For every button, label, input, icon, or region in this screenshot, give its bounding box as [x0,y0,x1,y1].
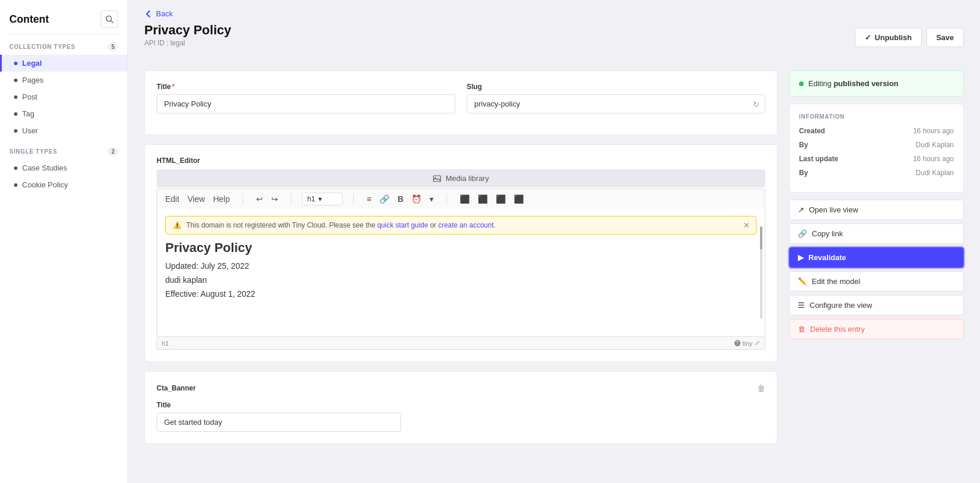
align-left-btn[interactable]: ⬛ [457,193,472,205]
editor-heading: Privacy Policy [165,240,757,255]
tiny-toolbar: Edit View Help ↩ ↪ h1 ▾ [157,189,765,209]
tiny-logo: 🅣 tiny [734,340,752,347]
sidebar-item-case-studies[interactable]: Case Studies [0,159,127,176]
information-label: INFORMATION [799,113,954,120]
media-library-label: Media library [446,174,489,183]
link-btn[interactable]: 🔗 [377,193,392,205]
editor-para2: dudi kaplan [165,275,757,285]
single-types-count: 2 [108,147,118,156]
sidebar: Content COLLECTION TYPES 5 Legal Pages P… [0,0,128,483]
view-menu-btn[interactable]: View [185,193,207,205]
title-input[interactable] [157,94,455,113]
delete-entry-label: Delete this entry [810,325,865,333]
sidebar-item-post[interactable]: Post [0,88,127,105]
title-label: Title * [157,83,455,91]
page-title: Privacy Policy [144,23,231,38]
time-btn[interactable]: ⏰ [409,193,424,205]
copy-link-label: Copy link [812,229,843,238]
cta-banner-label: Cta_Banner [157,384,196,392]
chevron-btn[interactable]: ▾ [427,193,436,205]
align-justify-btn[interactable]: ⬛ [512,193,526,205]
quick-start-link[interactable]: quick start guide [377,221,428,229]
status-dot [799,81,804,86]
undo-btn[interactable]: ↩ [254,193,265,205]
dot-icon [14,166,17,170]
dot-icon [14,129,17,133]
configure-view-label: Configure the view [809,301,872,310]
sidebar-title: Content [9,13,49,26]
editor-footer-label: h1 [162,340,169,347]
toolbar-menu-group: Edit View Help [163,193,232,205]
toolbar-divider [243,194,243,204]
required-indicator: * [172,83,175,91]
editor-body[interactable]: ⚠️ This domain is not registered with Ti… [157,209,765,337]
warning-close-btn[interactable]: ✕ [743,221,750,230]
heading-select[interactable]: h1 ▾ [302,193,343,205]
last-update-by-label: By [799,169,808,177]
delete-cta-btn[interactable]: 🗑 [757,383,765,393]
link-icon: 🔗 [798,229,807,238]
copy-link-btn[interactable]: 🔗 Copy link [789,223,964,244]
configure-view-btn[interactable]: ☰ Configure the view [789,295,964,315]
image-icon [433,175,441,183]
editor-para3: Effective: August 1, 2022 [165,289,757,299]
page-title-group: Back Privacy Policy API ID : legal [144,9,231,47]
delete-entry-btn[interactable]: 🗑 Delete this entry [789,319,964,339]
sidebar-item-tag[interactable]: Tag [0,105,127,122]
sidebar-item-legal[interactable]: Legal [0,55,127,72]
media-library-bar[interactable]: Media library [157,169,765,187]
open-live-view-btn[interactable]: ↗ Open live view [789,200,964,220]
editor-content: Privacy Policy Updated: July 25, 2022 du… [165,240,757,299]
slug-input[interactable] [467,94,765,113]
sidebar-item-user[interactable]: User [0,122,127,139]
edit-menu-btn[interactable]: Edit [163,193,182,205]
edit-model-label: Edit the model [812,277,860,286]
edit-model-btn[interactable]: ✏️ Edit the model [789,271,964,292]
status-text: Editing published version [808,79,899,88]
refresh-icon: ↻ [753,100,759,108]
dot-icon [14,95,17,99]
pencil-icon: ✏️ [798,277,807,286]
right-sidebar: Editing published version INFORMATION Cr… [789,70,964,469]
revalidate-btn[interactable]: ▶ Revalidate [789,247,964,268]
align-center-btn[interactable]: ⬛ [475,193,490,205]
open-live-view-label: Open live view [809,205,858,214]
back-label: Back [156,9,173,18]
tiny-brand: 🅣 tiny ⤢ [734,339,760,347]
title-field: Title * [157,83,455,113]
html-editor-card: HTML_Editor Media library Edit View Help [144,144,777,362]
slug-label: Slug [467,83,765,91]
redo-btn[interactable]: ↪ [269,193,280,205]
slug-field: Slug ↻ [467,83,765,113]
warning-text: This domain is not registered with Tiny … [186,221,496,229]
toolbar-divider2 [291,194,292,204]
sidebar-item-label: Post [22,93,37,101]
save-button[interactable]: Save [926,28,964,47]
created-value: 16 hours ago [913,127,954,135]
align-right-btn[interactable]: ⬛ [493,193,508,205]
back-link[interactable]: Back [144,9,231,18]
list-btn[interactable]: ≡ [364,193,374,205]
cta-title-label: Title [157,401,765,409]
create-account-link[interactable]: create an account [438,221,493,229]
dot-icon [14,62,17,65]
cta-banner-header: Cta_Banner 🗑 [157,383,765,393]
sidebar-item-cookie-policy[interactable]: Cookie Policy [0,176,127,193]
cta-title-input[interactable] [157,413,401,432]
collection-types-section: COLLECTION TYPES 5 [0,34,127,55]
slug-field-wrapper: ↻ [467,94,765,113]
warning-icon: ⚠️ [173,221,182,229]
unpublish-button[interactable]: ✓ Unpublish [855,28,922,47]
help-menu-btn[interactable]: Help [211,193,232,205]
save-label: Save [936,33,954,42]
sidebar-search-button[interactable] [101,10,118,28]
dot-icon [14,79,17,82]
unpublish-label: Unpublish [875,33,912,42]
bold-btn[interactable]: B [395,193,406,205]
sidebar-item-pages[interactable]: Pages [0,72,127,88]
api-id: API ID : legal [144,39,231,47]
expand-icon: ⤢ [755,339,760,347]
external-link-icon: ↗ [798,205,804,214]
created-label: Created [799,127,825,135]
sidebar-item-label: Cookie Policy [22,180,68,189]
